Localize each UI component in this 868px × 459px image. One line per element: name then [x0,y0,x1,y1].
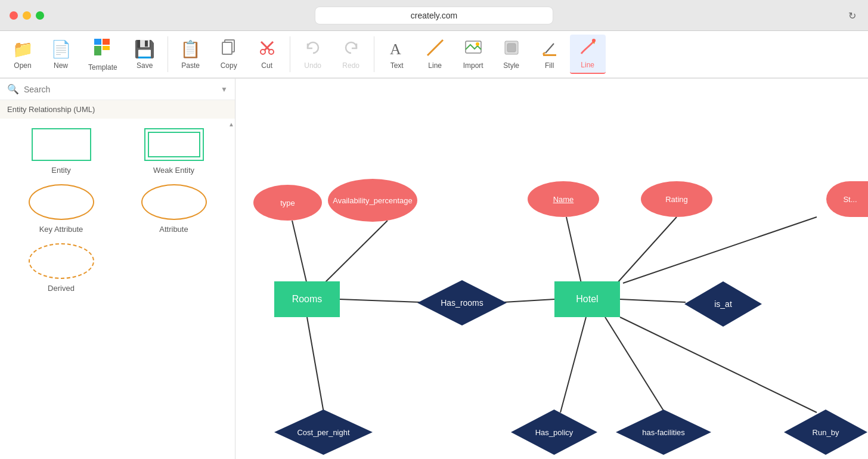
shape-preview-entity [32,128,91,161]
weak-entity-shape [144,128,204,161]
shape-item-entity[interactable]: Entity [10,128,113,175]
svg-line-28 [605,317,665,413]
text-label: Text [390,61,404,70]
attribute-has-facilities[interactable]: has-facilities [616,410,711,455]
attribute-has-policy[interactable]: Has_policy [511,410,597,455]
close-button[interactable] [10,11,18,20]
template-label: Template [88,63,117,72]
svg-rect-16 [543,54,556,56]
line2-icon [579,38,597,58]
svg-line-22 [325,221,388,283]
style-icon [503,39,520,59]
key-attribute-shape [29,184,94,220]
shape-item-weak-entity[interactable]: Weak Entity [122,128,225,175]
svg-rect-3 [103,46,110,50]
shape-item-attribute[interactable]: Attribute [122,184,225,234]
open-button[interactable]: 📁 Open [5,36,41,73]
template-icon [93,38,112,61]
text-button[interactable]: A Text [379,35,415,73]
derived-shape-label: Derived [48,284,75,293]
redo-label: Redo [342,61,359,70]
svg-point-17 [592,39,596,42]
redo-button[interactable]: Redo [333,35,369,73]
style-button[interactable]: Style [494,35,529,73]
new-icon: 📄 [51,39,72,59]
entity-rooms[interactable]: Rooms [274,281,340,317]
maximize-button[interactable] [36,11,44,20]
text-icon: A [388,39,406,59]
attribute-run-by[interactable]: Run_by [784,410,867,455]
svg-line-26 [307,317,324,413]
refresh-button[interactable]: ↻ [848,10,856,21]
attribute-availability[interactable]: Availability_percentage [328,179,417,222]
shape-item-key-attribute[interactable]: Key Attribute [10,184,113,234]
attribute-shape [141,184,207,220]
connections-svg [235,79,868,459]
new-button[interactable]: 📄 New [43,36,79,73]
entity-shape [32,128,91,161]
undo-label: Undo [304,61,321,70]
shape-preview-derived [29,243,94,279]
toolbar: 📁 Open 📄 New Template 💾 Save 📋 Paste Cop… [0,31,868,79]
search-icon: 🔍 [7,83,19,95]
attribute-status[interactable]: St... [826,181,868,217]
svg-point-13 [476,42,479,46]
undo-button[interactable]: Undo [295,35,331,73]
svg-line-19 [504,299,554,302]
new-label: New [54,61,68,70]
cut-button[interactable]: Cut [249,35,285,73]
line2-button[interactable]: Line [570,35,606,74]
weak-entity-shape-label: Weak Entity [153,166,194,175]
scroll-up-button[interactable]: ▲ [228,119,235,130]
open-label: Open [14,61,31,70]
relation-has-rooms[interactable]: Has_rooms [417,280,507,325]
copy-label: Copy [221,61,237,70]
import-icon [464,39,482,59]
svg-rect-2 [94,46,101,55]
url-bar[interactable]: creately.com [315,7,553,24]
relation-is-at[interactable]: is_at [684,281,762,327]
line-button[interactable]: Line [417,35,453,73]
shape-preview-weak-entity [144,128,204,161]
attribute-type[interactable]: type [253,185,322,221]
cut-label: Cut [261,61,272,70]
svg-point-8 [261,49,265,54]
svg-rect-5 [222,42,232,54]
divider-3 [374,36,374,72]
import-button[interactable]: Import [455,35,491,73]
svg-rect-15 [507,44,516,52]
shape-item-derived[interactable]: Derived [10,243,113,293]
undo-icon [304,39,322,59]
paste-icon: 📋 [180,39,201,59]
svg-line-29 [620,317,817,413]
attribute-rating[interactable]: Rating [641,181,712,217]
save-label: Save [137,61,153,70]
minimize-button[interactable] [23,11,31,20]
shape-preview-key-attribute [29,184,94,220]
attribute-name[interactable]: Name [528,181,599,217]
svg-text:A: A [390,41,401,57]
svg-line-21 [292,221,307,284]
fill-label: Fill [545,61,554,70]
divider-1 [168,36,168,72]
copy-icon [220,39,238,59]
canvas[interactable]: type Availability_percentage Name Rating… [235,79,868,459]
cut-icon [258,39,276,59]
copy-button[interactable]: Copy [211,35,247,73]
paste-button[interactable]: 📋 Paste [173,36,209,73]
save-icon: 💾 [134,39,155,59]
fill-button[interactable]: Fill [532,35,568,73]
attribute-cost-per-night[interactable]: Cost_per_night [274,410,373,455]
template-button[interactable]: Template [81,34,125,75]
redo-icon [342,39,360,59]
save-button[interactable]: 💾 Save [127,36,163,73]
entity-hotel[interactable]: Hotel [554,281,620,317]
paste-label: Paste [181,61,200,70]
shape-preview-attribute [141,184,207,220]
sidebar: 🔍 ▼ Entity Relationship (UML) ▲ Entity [0,79,235,459]
search-input[interactable] [24,85,216,94]
traffic-lights [10,11,44,20]
svg-line-20 [620,299,686,302]
line2-label: Line [581,61,594,69]
style-label: Style [503,61,519,70]
